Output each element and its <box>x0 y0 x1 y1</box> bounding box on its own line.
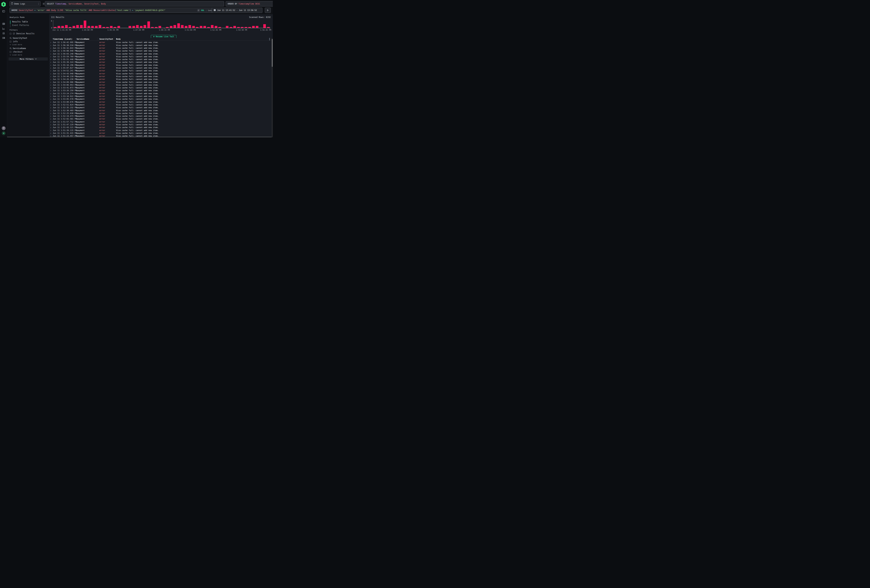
histogram-bar[interactable] <box>132 21 136 28</box>
row-expand-chevron[interactable]: ❯ <box>50 132 51 134</box>
log-table-row[interactable]: ❯Jun 11 1:53:26.250 PMpaymenterrorVisa c… <box>49 89 272 92</box>
histogram-bar[interactable] <box>184 21 188 28</box>
histogram-bar[interactable] <box>76 21 79 28</box>
more-filters-button[interactable]: More filters <box>9 57 48 61</box>
sidebar-item-results-table[interactable]: Results Table <box>10 21 28 24</box>
histogram-bar[interactable] <box>222 21 225 28</box>
log-table-row[interactable]: ❯Jun 11 1:55:07.827 PMpaymenterrorVisa c… <box>49 67 272 70</box>
row-expand-chevron[interactable]: ❯ <box>50 84 51 86</box>
histogram-bar[interactable] <box>87 21 91 28</box>
log-table-row[interactable]: ❯Jun 11 1:53:00.676 PMpaymenterrorVisa c… <box>49 101 272 104</box>
log-table-row[interactable]: ❯Jun 11 1:52:02.581 PMpaymenterrorVisa c… <box>49 118 272 121</box>
row-expand-chevron[interactable]: ❯ <box>50 79 51 80</box>
histogram-bar[interactable] <box>79 21 83 28</box>
histogram-bar[interactable] <box>64 21 69 28</box>
log-table-row[interactable]: ❯Jun 11 1:56:32.843 PMpaymenterrorVisa c… <box>49 47 272 50</box>
log-table-row[interactable]: ❯Jun 11 1:51:47.229 PMpaymenterrorVisa c… <box>49 124 272 126</box>
row-expand-chevron[interactable]: ❯ <box>50 82 51 83</box>
row-expand-chevron[interactable]: ❯ <box>50 64 51 66</box>
row-expand-chevron[interactable]: ❯ <box>50 124 51 126</box>
histogram-bar[interactable] <box>72 21 76 28</box>
row-expand-chevron[interactable]: ❯ <box>50 73 51 74</box>
sql-mode-button[interactable]: SQL <box>201 9 204 12</box>
log-table-row[interactable]: ❯Jun 11 1:56:38.534 PMpaymenterrorVisa c… <box>49 44 272 47</box>
histogram-bar[interactable] <box>229 21 233 28</box>
histogram-bar[interactable] <box>162 21 165 28</box>
histogram-bar[interactable] <box>177 21 180 28</box>
histogram-bar[interactable] <box>203 21 207 28</box>
log-table-row[interactable]: ❯Jun 11 1:56:42.995 PMpaymenterrorVisa c… <box>49 41 272 44</box>
dashboards-icon[interactable] <box>2 37 5 39</box>
histogram-bar[interactable] <box>195 21 199 28</box>
info-checkbox[interactable] <box>10 41 12 43</box>
histogram-bar[interactable] <box>106 21 109 28</box>
log-table-row[interactable]: ❯Jun 11 1:54:09.906 PMpaymenterrorVisa c… <box>49 81 272 84</box>
row-expand-chevron[interactable]: ❯ <box>50 42 51 43</box>
log-table-row[interactable]: ❯Jun 11 1:53:05.578 PMpaymenterrorVisa c… <box>49 98 272 101</box>
log-table-row[interactable]: ❯Jun 11 1:55:16.296 PMpaymenterrorVisa c… <box>49 64 272 67</box>
row-expand-chevron[interactable]: ❯ <box>50 67 51 69</box>
log-table-row[interactable]: ❯Jun 11 1:55:51.448 PMpaymenterrorVisa c… <box>49 58 272 61</box>
row-expand-chevron[interactable]: ❯ <box>50 95 51 97</box>
histogram-bar[interactable] <box>165 21 169 28</box>
log-table-row[interactable]: ❯Jun 11 1:51:57.712 PMpaymenterrorVisa c… <box>49 121 272 124</box>
histogram-bar[interactable] <box>158 21 162 28</box>
histogram-bar[interactable] <box>121 21 124 28</box>
search-icon[interactable] <box>10 47 12 49</box>
histogram-bar[interactable] <box>53 21 57 28</box>
where-query-input[interactable]: WHERE SeverityText = 'error' AND Body IL… <box>10 7 217 13</box>
column-resize-handle[interactable]: ⁚⁚ <box>114 38 115 40</box>
load-more-severitytext[interactable]: Load more <box>10 43 22 46</box>
row-expand-chevron[interactable]: ❯ <box>50 113 51 114</box>
log-table-row[interactable]: ❯Jun 11 1:51:43.121 PMpaymenterrorVisa c… <box>49 126 272 129</box>
log-table-row[interactable]: ❯Jun 11 1:52:19.473 PMpaymenterrorVisa c… <box>49 115 272 118</box>
histogram-bar[interactable] <box>98 21 102 28</box>
histogram-bar[interactable] <box>192 21 195 28</box>
histogram-bar[interactable] <box>61 21 64 28</box>
row-expand-chevron[interactable]: ❯ <box>50 50 51 52</box>
column-header-severitytext[interactable]: SeverityText <box>99 38 113 40</box>
histogram-bar[interactable] <box>91 21 94 28</box>
histogram-bar[interactable] <box>57 21 61 28</box>
histogram-bar[interactable] <box>248 21 252 28</box>
histogram-bar[interactable] <box>225 21 229 28</box>
row-expand-chevron[interactable]: ❯ <box>50 118 51 120</box>
log-table-row[interactable]: ❯Jun 11 1:51:39.115 PMpaymenterrorVisa c… <box>49 129 272 132</box>
denoise-checkbox[interactable] <box>10 33 12 34</box>
client-sessions-icon[interactable] <box>2 32 5 34</box>
row-expand-chevron[interactable]: ❯ <box>50 121 51 123</box>
log-table-row[interactable]: ❯Jun 11 1:55:39.324 PMpaymenterrorVisa c… <box>49 61 272 64</box>
histogram-bar[interactable] <box>147 21 151 28</box>
histogram-bar[interactable] <box>173 21 177 28</box>
app-logo-icon[interactable] <box>1 2 6 7</box>
row-expand-chevron[interactable]: ❯ <box>50 98 51 100</box>
histogram-bar[interactable] <box>240 21 244 28</box>
histogram-bar[interactable] <box>117 21 121 28</box>
log-table-row[interactable]: ❯Jun 11 1:53:10.922 PMpaymenterrorVisa c… <box>49 95 272 98</box>
panel-toggle-icon[interactable] <box>2 10 5 13</box>
table-options-kebab-icon[interactable]: ••• <box>269 38 270 40</box>
log-table-row[interactable]: ❯Jun 11 1:56:08.948 PMpaymenterrorVisa c… <box>49 50 272 52</box>
histogram-bar[interactable] <box>259 21 263 28</box>
log-table-row[interactable]: ❯Jun 11 1:53:24.274 PMpaymenterrorVisa c… <box>49 92 272 95</box>
row-expand-chevron[interactable]: ❯ <box>50 93 51 94</box>
histogram-bar[interactable] <box>154 21 158 28</box>
source-select[interactable]: Demo Logs ˄˅ <box>10 1 40 6</box>
order-by-input[interactable]: ORDER BY TimestampTime DESC <box>226 1 273 6</box>
row-expand-chevron[interactable]: ❯ <box>50 56 51 58</box>
row-expand-chevron[interactable]: ❯ <box>50 90 51 91</box>
histogram-bar[interactable] <box>207 21 210 28</box>
checkout-checkbox[interactable] <box>10 51 12 53</box>
histogram-bar[interactable] <box>252 21 255 28</box>
histogram-bar[interactable] <box>267 21 270 28</box>
log-table-row[interactable]: ❯Jun 11 1:54:40.218 PMpaymenterrorVisa c… <box>49 75 272 78</box>
row-expand-chevron[interactable]: ❯ <box>50 107 51 109</box>
column-header-body[interactable]: Body <box>116 38 121 40</box>
histogram-bar[interactable] <box>218 21 222 28</box>
histogram-bar[interactable] <box>169 21 173 28</box>
histogram-bar[interactable] <box>255 21 259 28</box>
row-expand-chevron[interactable]: ❯ <box>50 115 51 117</box>
log-table-row[interactable]: ❯Jun 11 1:52:51.824 PMpaymenterrorVisa c… <box>49 104 272 106</box>
column-resize-handle[interactable]: ⁚⁚ <box>75 38 76 40</box>
horizontal-scrollbar[interactable] <box>7 137 272 137</box>
